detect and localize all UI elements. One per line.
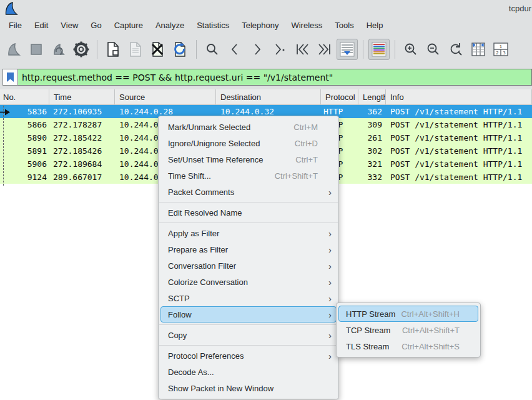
menubar-item-wireless[interactable]: Wireless bbox=[285, 19, 328, 32]
menu-item-decode-as[interactable]: Decode As... › bbox=[160, 364, 337, 380]
toolbar-separator bbox=[196, 40, 197, 59]
zoom-in-button[interactable] bbox=[400, 39, 421, 60]
submenu-arrow-icon: › bbox=[323, 352, 332, 360]
double-chevron-last-icon bbox=[317, 42, 333, 56]
main-toolbar: 123 bbox=[0, 34, 532, 65]
menu-item-ignore-unignore-selected[interactable]: Ignore/Unignore Selected Ctrl+D › bbox=[160, 135, 337, 151]
menu-item-set-unset-time-reference[interactable]: Set/Unset Time Reference Ctrl+T › bbox=[160, 151, 337, 168]
wireshark-fin-icon bbox=[4, 1, 18, 16]
menubar-item-capture[interactable]: Capture bbox=[108, 19, 149, 32]
menubar-item-help[interactable]: Help bbox=[360, 19, 390, 32]
menu-item-conversation-filter[interactable]: Conversation Filter › bbox=[160, 258, 337, 274]
menu-item-tls-stream[interactable]: TLS Stream Ctrl+Alt+Shift+S › bbox=[338, 338, 478, 354]
window-title: tcpdur bbox=[509, 0, 531, 17]
column-header-time[interactable]: Time bbox=[49, 89, 115, 104]
menu-item-http-stream[interactable]: HTTP Stream Ctrl+Alt+Shift+H › bbox=[338, 306, 478, 322]
go-to-packet-button[interactable] bbox=[269, 39, 290, 60]
cell-info: POST /v1/statement HTTP/1.1 bbox=[386, 131, 532, 144]
shark-fin-icon bbox=[6, 41, 22, 58]
menubar-item-file[interactable]: File bbox=[2, 19, 28, 32]
resize-columns-button[interactable] bbox=[468, 39, 489, 60]
menu-separator bbox=[159, 222, 338, 223]
submenu-arrow-icon: › bbox=[323, 278, 332, 286]
go-back-button[interactable] bbox=[224, 39, 245, 60]
chevron-left-icon bbox=[228, 42, 242, 56]
shortcut-label: Ctrl+M bbox=[293, 122, 318, 132]
titlebar: tcpdur bbox=[0, 0, 532, 17]
close-file-button[interactable] bbox=[147, 39, 169, 60]
menu-separator bbox=[159, 202, 338, 202]
cell-time: 272.178287 bbox=[49, 118, 115, 131]
column-header-info[interactable]: Info bbox=[386, 89, 532, 104]
menu-item-prepare-as-filter[interactable]: Prepare as Filter › bbox=[160, 241, 337, 258]
cell-length: 362 bbox=[358, 105, 386, 118]
go-last-packet-button[interactable] bbox=[314, 39, 335, 60]
zoom-reset-button[interactable] bbox=[445, 39, 466, 60]
toolbar-separator bbox=[97, 40, 97, 59]
filter-bookmark-button[interactable] bbox=[2, 69, 18, 86]
column-header-protocol[interactable]: Protocol bbox=[321, 89, 358, 104]
selected-packet-arrow-icon bbox=[0, 108, 11, 116]
submenu-arrow-icon: › bbox=[323, 331, 332, 339]
cell-length: 302 bbox=[358, 144, 386, 158]
cell-time: 272.185426 bbox=[49, 144, 115, 158]
menubar-item-analyze[interactable]: Analyze bbox=[149, 19, 190, 32]
menu-item-protocol-preferences[interactable]: Protocol Preferences › bbox=[160, 348, 337, 364]
save-file-button[interactable] bbox=[125, 39, 146, 60]
layout-1-2-3-button[interactable]: 123 bbox=[490, 39, 511, 60]
follow-submenu: HTTP Stream Ctrl+Alt+Shift+H › TCP Strea… bbox=[336, 302, 481, 358]
menu-item-show-packet-in-new-window[interactable]: Show Packet in New Window › bbox=[160, 380, 337, 396]
display-filter-input[interactable] bbox=[18, 69, 532, 86]
cell-no: 9124 bbox=[0, 171, 49, 184]
colorize-packets-button[interactable] bbox=[368, 39, 390, 60]
submenu-arrow-icon: › bbox=[323, 188, 332, 196]
auto-scroll-button[interactable] bbox=[337, 39, 358, 60]
start-capture-button[interactable] bbox=[3, 39, 24, 60]
find-packet-button[interactable] bbox=[202, 39, 223, 60]
menu-item-packet-comments[interactable]: Packet Comments › bbox=[160, 184, 337, 200]
restart-capture-button[interactable] bbox=[48, 39, 69, 60]
reload-file-button[interactable] bbox=[170, 39, 191, 60]
go-forward-button[interactable] bbox=[247, 39, 268, 60]
column-header-length[interactable]: Length bbox=[358, 89, 386, 104]
cell-info: POST /v1/statement HTTP/1.1 bbox=[386, 171, 532, 184]
menu-item-colorize-conversation[interactable]: Colorize Conversation › bbox=[160, 274, 337, 290]
chevron-right-dot-icon bbox=[272, 42, 287, 56]
menubar-item-go[interactable]: Go bbox=[84, 19, 107, 32]
toolbar-separator bbox=[395, 40, 395, 59]
cell-length: 261 bbox=[358, 131, 386, 144]
menu-item-mark-unmark-selected[interactable]: Mark/Unmark Selected Ctrl+M › bbox=[160, 119, 337, 135]
open-file-button[interactable] bbox=[102, 39, 124, 60]
menubar: FileEditViewGoCaptureAnalyzeStatisticsTe… bbox=[0, 17, 532, 34]
stop-capture-button[interactable] bbox=[26, 39, 47, 60]
go-first-packet-button[interactable] bbox=[292, 39, 313, 60]
zoom-in-icon bbox=[403, 42, 418, 57]
cell-time: 289.667017 bbox=[49, 171, 115, 184]
menu-item-tcp-stream[interactable]: TCP Stream Ctrl+Alt+Shift+T › bbox=[338, 322, 478, 338]
capture-options-button[interactable] bbox=[71, 39, 92, 60]
menubar-item-edit[interactable]: Edit bbox=[28, 19, 54, 32]
cell-info: POST /v1/statement HTTP/1.1 bbox=[386, 118, 532, 131]
menu-item-edit-resolved-name[interactable]: Edit Resolved Name › bbox=[160, 204, 337, 221]
column-header-source[interactable]: Source bbox=[115, 89, 216, 104]
cell-info: POST /v1/statement HTTP/1.1 bbox=[386, 144, 532, 158]
menubar-item-statistics[interactable]: Statistics bbox=[190, 19, 235, 32]
menu-item-copy[interactable]: Copy › bbox=[160, 327, 337, 343]
menubar-item-view[interactable]: View bbox=[54, 19, 84, 32]
menu-item-time-shift[interactable]: Time Shift... Ctrl+Shift+T › bbox=[160, 168, 337, 184]
menu-item-follow[interactable]: Follow › bbox=[160, 306, 337, 322]
cell-no: 5866 bbox=[0, 118, 49, 131]
reload-file-icon bbox=[172, 41, 189, 58]
menubar-item-telephony[interactable]: Telephony bbox=[235, 19, 285, 32]
column-header-destination[interactable]: Destination bbox=[216, 89, 321, 104]
column-header-no[interactable]: No. bbox=[0, 89, 49, 104]
menu-item-sctp[interactable]: SCTP › bbox=[160, 290, 337, 306]
related-packets-line bbox=[3, 106, 4, 186]
menubar-item-tools[interactable]: Tools bbox=[328, 19, 360, 32]
zoom-out-button[interactable] bbox=[423, 39, 444, 60]
svg-text:1: 1 bbox=[500, 44, 502, 49]
svg-text:2: 2 bbox=[496, 51, 498, 56]
cell-info: POST /v1/statement HTTP/1.1 bbox=[386, 158, 532, 171]
double-chevron-first-icon bbox=[294, 42, 310, 56]
menu-item-apply-as-filter[interactable]: Apply as Filter › bbox=[160, 225, 337, 241]
